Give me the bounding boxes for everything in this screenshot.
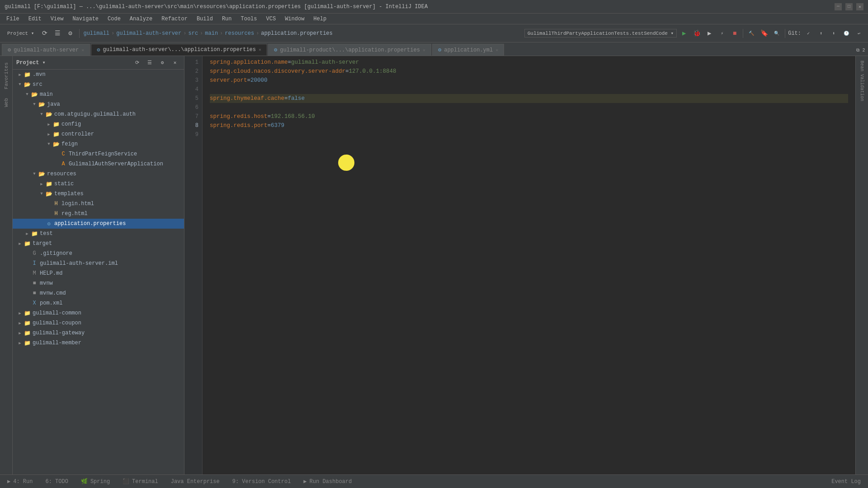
coverage-button[interactable]: ▶ (704, 28, 715, 39)
tab-application-properties[interactable]: ⚙ gulimall-auth-server\...\application.p… (91, 44, 267, 56)
tree-item-coupon[interactable]: ▶ 📁 gulimall-coupon (13, 318, 184, 328)
tree-item-iml[interactable]: ▶ I gulimall-auth-server.iml (13, 258, 184, 268)
tab-auth-server-close[interactable]: ✕ (81, 47, 84, 53)
git-push-button[interactable]: ⬆ (816, 28, 826, 39)
breadcrumb-module[interactable]: gulimall-auth-server (116, 30, 181, 37)
git-commit-button[interactable]: ✓ (803, 28, 814, 39)
code-line-1: spring.application.name=gulimall-auth-se… (210, 58, 848, 67)
menu-analyze[interactable]: Analyze (126, 15, 156, 23)
tree-item-com[interactable]: ▼ 📂 com.atguigu.gulimall.auth (13, 109, 184, 119)
profile-button[interactable]: ⚡ (717, 28, 727, 39)
menu-edit[interactable]: Edit (25, 15, 45, 23)
tree-item-src[interactable]: ▼ 📂 src (13, 80, 184, 89)
tree-item-gulimallapp[interactable]: ▶ A GulimallAuthServerApplication (13, 159, 184, 169)
bottom-tab-version-control[interactable]: 9: Version Control (227, 477, 297, 487)
menu-refactor[interactable]: Refactor (158, 15, 191, 23)
code-content[interactable]: spring.application.name=gulimall-auth-se… (203, 56, 855, 474)
tree-item-pomxml[interactable]: ▶ X pom.xml (13, 298, 184, 308)
breadcrumb-resources[interactable]: resources (225, 30, 254, 37)
bottom-tab-spring[interactable]: 🌿 Spring (75, 476, 115, 487)
git-history-button[interactable]: 🕐 (841, 28, 852, 39)
tree-item-application-properties[interactable]: ▶ ⚙ application.properties (13, 219, 184, 229)
stop-button[interactable]: ■ (729, 28, 740, 39)
sync-icon[interactable]: ⟳ (39, 28, 50, 39)
tree-item-test[interactable]: ▶ 📁 test (13, 229, 184, 239)
bottom-tab-event-log[interactable]: Event Log (826, 477, 866, 487)
tree-item-thirdpart[interactable]: ▶ C ThirdPartFeignService (13, 149, 184, 159)
run-button[interactable]: ▶ (679, 28, 689, 39)
tree-item-target[interactable]: ▶ 📁 target (13, 239, 184, 249)
tree-item-member[interactable]: ▶ 📁 gulimall-member (13, 338, 184, 348)
tree-item-config[interactable]: ▶ 📁 config (13, 119, 184, 129)
minimize-button[interactable]: ─ (835, 3, 842, 10)
git-revert-button[interactable]: ↩ (854, 28, 864, 39)
tree-item-java[interactable]: ▼ 📂 java (13, 99, 184, 109)
menu-navigate[interactable]: Navigate (69, 15, 102, 23)
tab-application-yml-close[interactable]: ✕ (495, 47, 498, 53)
favorites-panel-label[interactable]: Favorites (3, 60, 10, 92)
menu-code[interactable]: Code (104, 15, 124, 23)
tree-item-common[interactable]: ▶ 📁 gulimall-common (13, 308, 184, 318)
breadcrumb-main[interactable]: main (205, 30, 218, 37)
tree-item-controller[interactable]: ▶ 📁 controller (13, 129, 184, 139)
sidebar-sync-icon[interactable]: ⟳ (132, 57, 142, 68)
tree-label-src: src (33, 81, 42, 88)
breadcrumb-file[interactable]: application.properties (261, 30, 332, 37)
tree-item-login[interactable]: ▶ H login.html (13, 199, 184, 209)
tree-item-helpmd[interactable]: ▶ M HELP.md (13, 268, 184, 278)
tree-item-resources[interactable]: ▼ 📂 resources (13, 169, 184, 179)
tab-application-properties-close[interactable]: ✕ (259, 47, 261, 52)
tab-product-properties[interactable]: ⚙ gulimall-product\...\application.prope… (268, 44, 431, 56)
line-num-1: 1 (184, 58, 198, 67)
menu-window[interactable]: Window (281, 15, 308, 23)
split-editor-button[interactable]: ⧉ 2 (855, 45, 866, 56)
debug-button[interactable]: 🐞 (691, 28, 702, 39)
settings-icon[interactable]: ⚙ (65, 28, 75, 39)
tree-item-templates[interactable]: ▼ 📂 templates (13, 189, 184, 199)
tree-item-reg[interactable]: ▶ H reg.html (13, 209, 184, 219)
window-controls[interactable]: ─ □ ✕ (835, 3, 863, 10)
tree-item-feign[interactable]: ▼ 📂 feign (13, 139, 184, 149)
tree-item-gateway[interactable]: ▶ 📁 gulimall-gateway (13, 328, 184, 338)
project-selector[interactable]: Project ▾ (4, 28, 38, 38)
event-log-tab-label: Event Log (831, 479, 861, 485)
sidebar-close-icon[interactable]: ✕ (170, 57, 180, 68)
menu-file[interactable]: File (3, 15, 23, 23)
tab-auth-server[interactable]: ⚙ gulimall-auth-server ✕ (2, 44, 90, 56)
bottom-tab-terminal[interactable]: ⬛ Terminal (117, 476, 164, 487)
tree-item-gitignore[interactable]: ▶ G .gitignore (13, 249, 184, 258)
filter-icon[interactable]: ☰ (52, 28, 63, 39)
breadcrumb-src[interactable]: src (188, 30, 198, 37)
maximize-button[interactable]: □ (845, 3, 853, 10)
sidebar-settings-icon[interactable]: ⚙ (157, 57, 168, 68)
bottom-tab-todo[interactable]: 6: TODO (40, 477, 73, 487)
menu-vcs[interactable]: VCS (263, 15, 280, 23)
tree-item-main[interactable]: ▼ 📂 main (13, 89, 184, 99)
bottom-tab-run-dashboard[interactable]: ▶ Run Dashboard (298, 476, 357, 487)
menu-tools[interactable]: Tools (237, 15, 261, 23)
run-config-dropdown[interactable]: GulimallThirdPartyApplicationTests.testS… (524, 29, 677, 38)
folder-icon-controller: 📁 (52, 131, 60, 138)
menu-run[interactable]: Run (218, 15, 236, 23)
tab-application-yml[interactable]: ⚙ application.yml ✕ (432, 44, 504, 56)
tree-item-mvn[interactable]: ▶ 📁 .mvn (13, 70, 184, 80)
web-panel-label[interactable]: Web (3, 95, 10, 110)
bookmark-button[interactable]: 🔖 (759, 28, 769, 39)
editor-area[interactable]: 1 2 3 4 5 6 7 8 9 spring.application.nam… (184, 56, 868, 474)
menu-build[interactable]: Build (193, 15, 217, 23)
bottom-tab-java-enterprise[interactable]: Java Enterprise (165, 477, 225, 487)
build-button[interactable]: 🔨 (746, 28, 757, 39)
menu-help[interactable]: Help (310, 15, 330, 23)
bottom-tab-run[interactable]: ▶ 4: Run (2, 476, 38, 487)
search-everywhere-button[interactable]: 🔍 (771, 28, 782, 39)
sidebar-filter-icon[interactable]: ☰ (144, 57, 155, 68)
bean-validation-label[interactable]: Bean Validation (859, 58, 865, 104)
tab-product-properties-close[interactable]: ✕ (423, 47, 425, 53)
close-button[interactable]: ✕ (856, 3, 863, 10)
breadcrumb-root[interactable]: gulimall (83, 30, 109, 37)
tree-item-mvnw[interactable]: ▶ ■ mvnw (13, 278, 184, 288)
tree-item-static[interactable]: ▶ 📁 static (13, 179, 184, 189)
menu-view[interactable]: View (47, 15, 67, 23)
git-pull-button[interactable]: ⬇ (828, 28, 839, 39)
tree-item-mvnwcmd[interactable]: ▶ ■ mvnw.cmd (13, 288, 184, 298)
